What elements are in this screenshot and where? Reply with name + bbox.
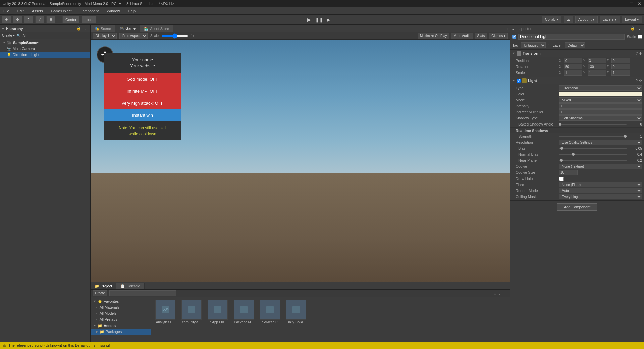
local-button[interactable]: Local — [82, 16, 96, 23]
hierarchy-lock[interactable]: 🔒 — [76, 26, 82, 31]
tab-console[interactable]: 📋 Console — [116, 283, 144, 289]
god-mode-button[interactable]: God mode: OFF — [104, 73, 181, 85]
layers-button[interactable]: Layers ▾ — [600, 16, 620, 23]
transform-settings[interactable]: ⚙ — [639, 52, 642, 55]
hierarchy-scene[interactable]: ▼ 🎬 SampleScene* — [0, 40, 90, 46]
sidebar-all-models[interactable]: ○ All Models — [91, 310, 151, 316]
stats-btn[interactable]: Stats — [475, 33, 487, 39]
rotation-x[interactable] — [564, 64, 582, 69]
position-y[interactable] — [588, 58, 606, 63]
cookie-select[interactable]: None (Texture) — [559, 164, 642, 169]
step-button[interactable]: ▶| — [325, 16, 334, 23]
light-active-check[interactable] — [517, 79, 521, 83]
collab-button[interactable]: Collab ▾ — [542, 16, 561, 23]
scale-z[interactable] — [611, 70, 630, 76]
tool-scale[interactable]: ⤢ — [35, 16, 44, 23]
sidebar-favorites[interactable]: ▼ ⭐ Favorites — [91, 298, 151, 304]
hierarchy-light[interactable]: 💡 Directional Light — [0, 52, 90, 58]
tab-project[interactable]: 📁 Project — [91, 283, 116, 289]
asset-unity-colla[interactable]: Unity Colla... — [284, 300, 308, 325]
normal-bias-slider[interactable] — [559, 154, 627, 155]
aspect-select[interactable]: Free Aspect — [119, 33, 148, 39]
sidebar-packages[interactable]: ▶ 📁 Packages — [91, 329, 151, 335]
sidebar-all-materials[interactable]: ○ All Materials — [91, 304, 151, 310]
layout-button[interactable]: Layout ▾ — [622, 16, 642, 23]
object-active-checkbox[interactable] — [512, 35, 516, 39]
cloud-button[interactable]: ☁ — [564, 16, 573, 23]
bottom-panel-menu[interactable]: ⋮ — [505, 285, 510, 289]
bias-slider[interactable] — [559, 148, 627, 149]
menu-component[interactable]: Component — [78, 8, 100, 14]
tool-rect[interactable]: ⊞ — [46, 16, 55, 23]
position-z[interactable] — [611, 58, 630, 63]
tool-rotate[interactable]: ↻ — [24, 16, 33, 23]
strength-slider[interactable] — [559, 136, 627, 137]
project-search[interactable] — [109, 290, 176, 296]
tab-game[interactable]: 🎮 Game — [115, 25, 140, 32]
tag-select[interactable]: Untagged — [521, 42, 546, 48]
gizmos-btn[interactable]: Gizmos ▾ — [489, 33, 508, 39]
rotation-z[interactable] — [611, 64, 630, 69]
render-mode-select[interactable]: Auto — [559, 188, 642, 193]
light-header[interactable]: ▼ Light ? ⚙ — [510, 77, 644, 84]
hierarchy-menu[interactable]: ⋮ — [83, 26, 88, 31]
project-view-btn[interactable]: ⊞ — [493, 291, 497, 295]
light-type-select[interactable]: Directional — [559, 85, 642, 91]
very-high-attack-button[interactable]: Very high attack: OFF — [104, 97, 181, 109]
infinite-mp-button[interactable]: Infinite MP: OFF — [104, 85, 181, 97]
restore-button[interactable]: ❐ — [630, 1, 634, 6]
asset-comunity[interactable]: comunity.a... — [180, 300, 203, 325]
object-name-input[interactable] — [518, 34, 625, 40]
project-create-btn[interactable]: Create — [93, 290, 107, 296]
center-button[interactable]: Center — [62, 16, 79, 23]
maximize-on-play-btn[interactable]: Maximize On Play — [418, 33, 449, 39]
inspector-lock[interactable]: 🔒 — [630, 26, 636, 31]
close-button[interactable]: ✕ — [638, 1, 641, 6]
transform-header[interactable]: ▼ Transform ? ⚙ — [510, 50, 644, 57]
view-panel-menu[interactable]: ⋮ — [505, 28, 510, 32]
display-select[interactable]: Display 1 — [93, 33, 117, 39]
tab-asset-store[interactable]: 🏪 Asset Store — [140, 25, 173, 32]
asset-textmesh[interactable]: TextMesh P... — [258, 300, 282, 325]
light-settings[interactable]: ⚙ — [639, 79, 642, 83]
scale-slider[interactable] — [161, 33, 188, 39]
tool-pan[interactable]: ✥ — [13, 16, 22, 23]
baked-shadow-slider[interactable] — [559, 124, 627, 125]
near-plane-slider[interactable] — [559, 160, 627, 161]
menu-help[interactable]: Help — [126, 8, 137, 14]
project-sort-btn[interactable]: ↕ — [498, 291, 502, 295]
resolution-select[interactable]: Use Quality Settings — [559, 140, 642, 145]
sidebar-assets[interactable]: ▼ 📁 Assets — [91, 322, 151, 329]
indirect-mult-input[interactable] — [559, 109, 642, 115]
instant-win-button[interactable]: Instant win — [104, 109, 181, 121]
scale-y[interactable] — [588, 70, 606, 76]
flare-select[interactable]: None (Flare) — [559, 182, 642, 187]
add-component-button[interactable]: Add Component — [557, 203, 598, 211]
asset-analytics[interactable]: Analytics L... — [154, 300, 177, 325]
tool-move[interactable]: ⊕ — [2, 16, 11, 23]
asset-packagem[interactable]: Package M... — [232, 300, 256, 325]
rotation-y[interactable] — [588, 64, 606, 69]
menu-assets[interactable]: Assets — [31, 8, 44, 14]
hierarchy-camera[interactable]: 📷 Main Camera — [0, 46, 90, 52]
project-more-btn[interactable]: ⋮ — [503, 291, 508, 295]
mute-audio-btn[interactable]: Mute Audio — [451, 33, 473, 39]
light-help[interactable]: ? — [636, 79, 638, 83]
transform-help[interactable]: ? — [636, 52, 638, 55]
light-color-swatch[interactable] — [559, 92, 642, 96]
hierarchy-create-btn[interactable]: Create ▾ — [2, 34, 15, 37]
sidebar-all-prefabs[interactable]: ○ All Prefabs — [91, 316, 151, 322]
light-mode-select[interactable]: Mixed — [559, 97, 642, 103]
asset-inapp[interactable]: In App Pur... — [206, 300, 229, 325]
cookie-size-input[interactable] — [559, 170, 578, 175]
menu-file[interactable]: File — [2, 8, 11, 14]
hierarchy-all[interactable]: All — [23, 34, 26, 37]
draw-halo-check[interactable] — [559, 177, 564, 181]
scale-x[interactable] — [564, 70, 582, 76]
account-button[interactable]: Account ▾ — [575, 16, 598, 23]
tab-scene[interactable]: 🎭 Scene — [91, 25, 115, 32]
pause-button[interactable]: ❚❚ — [315, 16, 324, 23]
position-x[interactable] — [564, 58, 582, 63]
play-button[interactable]: ▶ — [305, 16, 314, 23]
culling-mask-select[interactable]: Everything — [559, 194, 642, 199]
